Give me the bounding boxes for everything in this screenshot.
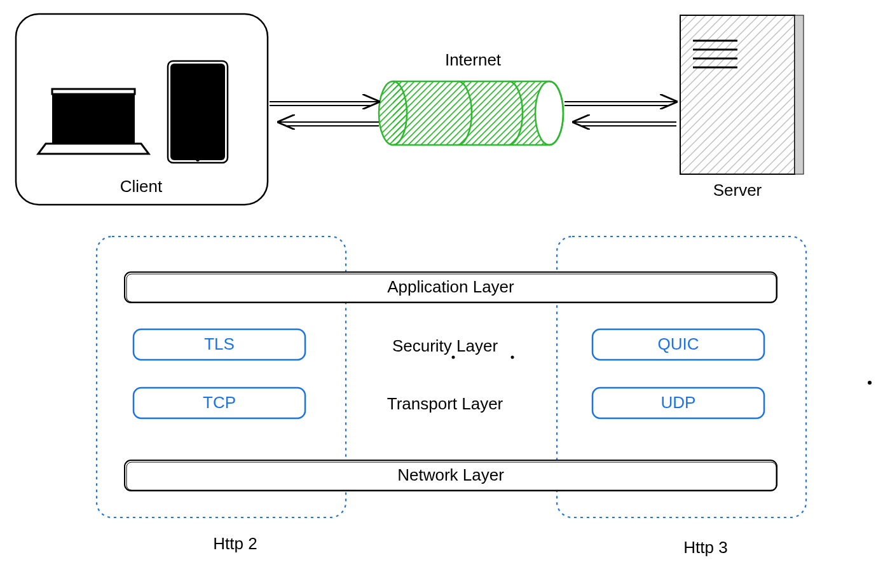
arrow-server-to-internet <box>573 122 676 126</box>
http3-label: Http 3 <box>683 538 727 557</box>
internet-label: Internet <box>445 50 502 69</box>
quic-box: QUIC <box>592 329 764 360</box>
laptop-icon <box>38 89 149 154</box>
client-label: Client <box>120 177 163 196</box>
security-layer-label: Security Layer <box>392 336 498 355</box>
svg-rect-9 <box>680 15 795 174</box>
arrow-client-to-internet <box>270 102 379 106</box>
application-layer-label: Application Layer <box>387 277 514 296</box>
svg-point-26 <box>452 356 455 359</box>
udp-label: UDP <box>661 393 696 412</box>
client-box: Client <box>16 14 268 205</box>
transport-layer-label: Transport Layer <box>387 394 503 413</box>
svg-rect-1 <box>52 94 135 144</box>
tcp-label: TCP <box>203 393 236 412</box>
tls-label: TLS <box>204 334 235 353</box>
svg-point-8 <box>379 81 407 145</box>
svg-point-33 <box>868 381 872 385</box>
quic-label: QUIC <box>658 334 699 353</box>
svg-point-5 <box>196 158 200 161</box>
server-label: Server <box>713 181 762 200</box>
svg-rect-3 <box>170 64 225 160</box>
network-layer-box: Network Layer <box>125 460 777 491</box>
server-box: Server <box>680 15 804 200</box>
svg-rect-10 <box>795 15 804 174</box>
arrow-internet-to-server <box>565 102 676 106</box>
internet-cylinder: Internet <box>379 50 563 145</box>
svg-rect-2 <box>52 89 135 94</box>
tls-box: TLS <box>134 329 305 360</box>
network-layer-label: Network Layer <box>397 465 504 484</box>
http2-label: Http 2 <box>213 534 257 553</box>
phone-icon <box>168 61 228 163</box>
tcp-box: TCP <box>134 388 305 418</box>
svg-point-27 <box>511 356 514 359</box>
application-layer-box: Application Layer <box>125 272 777 303</box>
arrow-internet-to-client <box>278 122 379 126</box>
udp-box: UDP <box>592 388 764 418</box>
